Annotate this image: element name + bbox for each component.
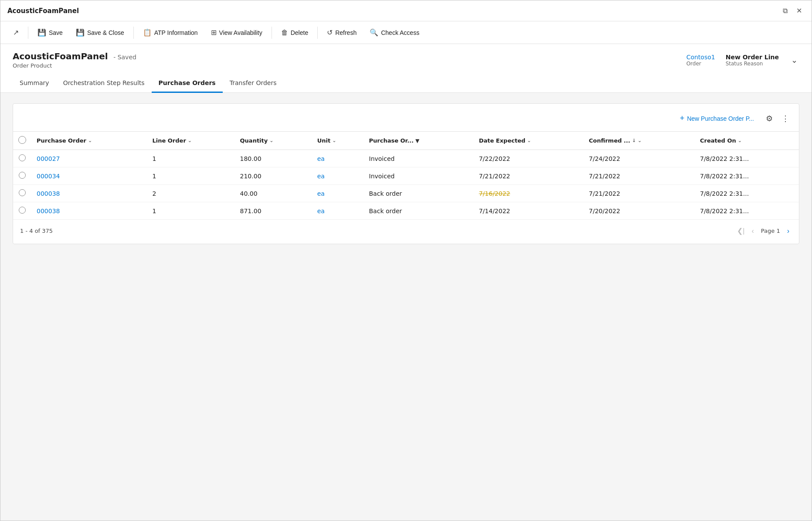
purchase-order-link-1[interactable]: 000034 [37, 173, 60, 180]
col-label-line-order: Line Order [152, 137, 186, 144]
toolbar: ↗ 💾 Save 💾 Save & Close 📋 ATP Informatio… [0, 21, 812, 44]
check-access-label: Check Access [381, 29, 419, 36]
col-header-created-on[interactable]: Created On ⌄ [695, 132, 799, 150]
cell-date-expected-2: 7/16/2022 [474, 185, 584, 202]
table-more-button[interactable]: ⋮ [779, 112, 792, 125]
record-header-left: AcousticFoamPanel - Saved Order Product [13, 51, 136, 69]
row-checkbox-cell-1[interactable] [13, 167, 31, 185]
order-value[interactable]: Contoso1 [686, 54, 715, 61]
col-label-created-on: Created On [700, 137, 736, 144]
order-label: Order [686, 61, 701, 67]
cell-quantity-3: 871.00 [235, 202, 312, 220]
cell-unit-3: ea [312, 202, 364, 220]
window-controls: ⧉ ✕ [780, 5, 805, 17]
sort-icon-created-on: ⌄ [738, 138, 742, 143]
row-checkbox-3[interactable] [19, 207, 26, 214]
table-card: + New Purchase Order P... ⚙ ⋮ Purchase [13, 103, 799, 244]
cell-line-order-2: 2 [147, 185, 234, 202]
new-purchase-order-label: New Purchase Order P... [687, 115, 754, 122]
cell-created-on-2: 7/8/2022 2:31... [695, 185, 799, 202]
content-area: + New Purchase Order P... ⚙ ⋮ Purchase [0, 93, 812, 521]
status-reason-value: New Order Line [726, 54, 779, 61]
expand-chevron-button[interactable]: ⌄ [789, 54, 799, 67]
view-availability-button[interactable]: ⊞ View Availability [205, 25, 268, 40]
purchase-order-link-2[interactable]: 000038 [37, 190, 60, 197]
atp-info-button[interactable]: 📋 ATP Information [137, 25, 204, 40]
cell-confirmed-3: 7/20/2022 [584, 202, 695, 220]
select-all-header[interactable] [13, 132, 31, 150]
sort-icon-confirmed-2: ⌄ [638, 138, 642, 143]
filter-icon-purchase-order-status: ▼ [415, 138, 419, 144]
cell-status-3: Back order [364, 202, 474, 220]
next-page-button[interactable]: › [785, 225, 792, 237]
unit-link-2[interactable]: ea [317, 190, 325, 197]
toolbar-separator-4 [317, 27, 318, 39]
toolbar-separator-3 [272, 27, 272, 39]
select-all-checkbox[interactable] [18, 136, 26, 144]
unit-link-3[interactable]: ea [317, 208, 325, 215]
row-checkbox-2[interactable] [19, 189, 26, 196]
save-label: Save [49, 29, 63, 36]
cell-unit-0: ea [312, 150, 364, 167]
atp-info-label: ATP Information [154, 29, 198, 36]
col-header-date-expected[interactable]: Date Expected ⌄ [474, 132, 584, 150]
purchase-order-link-0[interactable]: 000027 [37, 155, 60, 162]
date-expected-value-3: 7/14/2022 [479, 208, 510, 215]
pagination: 1 - 4 of 375 ❮| ‹ Page 1 › [13, 220, 799, 237]
unit-link-1[interactable]: ea [317, 173, 325, 180]
first-page-button[interactable]: ❮| [734, 225, 747, 237]
cell-status-2: Back order [364, 185, 474, 202]
col-header-confirmed[interactable]: Confirmed ... ↓ ⌄ [584, 132, 695, 150]
check-access-button[interactable]: 🔍 Check Access [364, 25, 425, 40]
col-header-unit[interactable]: Unit ⌄ [312, 132, 364, 150]
sort-icon-line-order: ⌄ [188, 138, 192, 143]
cell-purchase-order-0: 000027 [31, 150, 147, 167]
table-settings-button[interactable]: ⚙ [763, 112, 775, 125]
cell-unit-1: ea [312, 167, 364, 185]
row-checkbox-0[interactable] [19, 154, 26, 161]
row-checkbox-cell-3[interactable] [13, 202, 31, 220]
purchase-orders-table: Purchase Order ⌄ Line Order ⌄ [13, 131, 799, 220]
save-close-button[interactable]: 💾 Save & Close [70, 25, 130, 40]
row-checkbox-1[interactable] [19, 172, 26, 179]
row-checkbox-cell-0[interactable] [13, 150, 31, 167]
col-label-purchase-order-status: Purchase Or... [369, 137, 414, 144]
tab-summary[interactable]: Summary [13, 74, 56, 93]
col-header-purchase-order-status[interactable]: Purchase Or... ▼ [364, 132, 474, 150]
cell-date-expected-3: 7/14/2022 [474, 202, 584, 220]
close-button[interactable]: ✕ [794, 5, 805, 17]
unit-link-0[interactable]: ea [317, 155, 325, 162]
row-checkbox-cell-2[interactable] [13, 185, 31, 202]
col-header-line-order[interactable]: Line Order ⌄ [147, 132, 234, 150]
cell-status-1: Invoiced [364, 167, 474, 185]
new-purchase-order-button[interactable]: + New Purchase Order P... [674, 111, 760, 126]
save-button[interactable]: 💾 Save [32, 25, 68, 40]
delete-button[interactable]: 🗑 Delete [275, 26, 314, 40]
col-header-quantity[interactable]: Quantity ⌄ [235, 132, 312, 150]
record-title: AcousticFoamPanel [13, 51, 108, 61]
col-label-unit: Unit [317, 137, 330, 144]
tab-purchase-orders[interactable]: Purchase Orders [152, 74, 223, 93]
cell-purchase-order-2: 000038 [31, 185, 147, 202]
refresh-button[interactable]: ↺ Refresh [321, 25, 362, 40]
col-label-confirmed: Confirmed ... [589, 137, 630, 144]
col-header-purchase-order[interactable]: Purchase Order ⌄ [31, 132, 147, 150]
restore-button[interactable]: ⧉ [780, 5, 790, 17]
tab-transfer-orders[interactable]: Transfer Orders [223, 74, 284, 93]
record-type: Order Product [13, 62, 136, 69]
purchase-order-link-3[interactable]: 000038 [37, 208, 60, 215]
col-label-date-expected: Date Expected [479, 137, 526, 144]
delete-label: Delete [291, 29, 308, 36]
sort-icon-unit: ⌄ [332, 138, 336, 143]
prev-page-button[interactable]: ‹ [749, 225, 756, 237]
status-reason-label: Status Reason [726, 61, 763, 67]
open-record-button[interactable]: ↗ [7, 25, 24, 40]
table-row: 000034 1 210.00 ea Invoiced 7/21/2022 7/… [13, 167, 799, 185]
cell-status-0: Invoiced [364, 150, 474, 167]
check-access-icon: 🔍 [370, 28, 378, 37]
sort-icon-purchase-order: ⌄ [88, 138, 92, 143]
record-header-right: Contoso1 Order New Order Line Status Rea… [686, 54, 799, 67]
delete-icon: 🗑 [281, 29, 288, 37]
tab-orchestration-step-results[interactable]: Orchestration Step Results [56, 74, 152, 93]
cell-purchase-order-1: 000034 [31, 167, 147, 185]
